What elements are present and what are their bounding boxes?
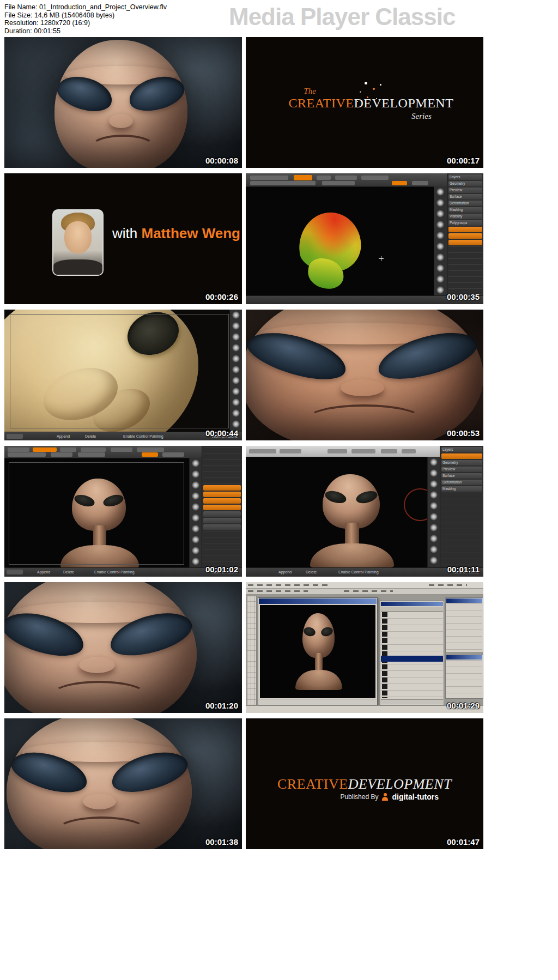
palette-row-highlighted (203, 498, 241, 504)
alien-bust-art (308, 474, 396, 568)
actions-panel (445, 654, 483, 699)
palette-row-texture (203, 447, 241, 484)
panel-tabs (381, 607, 443, 612)
duration-line: Duration: 00:01:55 (4, 27, 167, 35)
alien-eye-left (324, 489, 348, 505)
delete-button-label: Delete (85, 434, 96, 438)
palette-row: Surface (441, 473, 482, 479)
credits-development: DEVELOPMENT (348, 776, 452, 792)
palette-row-highlighted (203, 485, 241, 491)
document-window (258, 597, 378, 705)
digital-tutors-person-icon (381, 793, 389, 801)
video-thumbnail-5: Append Delete Enable Control Painting Wo… (4, 310, 242, 440)
palette-row: Deformation (441, 480, 482, 485)
title-development: DEVELOPMENT (354, 96, 453, 110)
toolbar-button (60, 447, 76, 452)
toolbar-button-active (294, 175, 312, 180)
timestamp-overlay: 00:01:11 (447, 565, 480, 574)
toolbar-button (250, 176, 288, 180)
palette-row: Deformation (448, 201, 482, 206)
palette-row: Layers (448, 174, 482, 180)
toolbar-button (111, 447, 132, 452)
presenter-name: Matthew Weng (141, 225, 240, 241)
presenter-caption: with Matthew Weng (112, 225, 240, 242)
material-sphere-column (427, 457, 440, 568)
publisher-line: Published By digital-tutors (340, 793, 439, 801)
presenter-photo (52, 209, 104, 276)
material-sphere-column (229, 310, 242, 432)
photoshop-toolbox (247, 596, 257, 705)
action-rows (446, 660, 482, 697)
canvas-frame-outline (9, 462, 184, 565)
palette-row-texture (441, 493, 482, 576)
toolbar-button (250, 181, 316, 185)
palette-row (203, 511, 241, 517)
toolbar-button (137, 447, 164, 452)
toolbar-button (412, 181, 428, 185)
toolbar-button (361, 176, 389, 180)
presenter-face (64, 221, 92, 253)
palette-row: Masking (441, 486, 482, 492)
material-sphere-column (434, 186, 447, 296)
video-thumbnail-12: CREATIVEDEVELOPMENT Published By digital… (246, 718, 483, 849)
options-text-placeholder (344, 590, 393, 592)
palette-row-highlighted (448, 240, 482, 245)
enable-control-painting-label: Enable Control Painting (338, 570, 379, 574)
sparkle-dot-icon (380, 84, 381, 86)
tool-palette: Layers Geometry Preview Surface Deformat… (440, 446, 483, 577)
timestamp-overlay: 00:01:47 (447, 837, 480, 846)
publisher-brand: digital-tutors (392, 793, 439, 801)
history-rows (446, 603, 482, 651)
app-watermark: Media Player Classic (229, 3, 455, 31)
palette-row: Preview (448, 187, 482, 193)
toolbar-button-active (402, 449, 416, 453)
panel-footer (381, 699, 443, 704)
toolbar-button (335, 176, 357, 180)
selected-layer-row (381, 656, 443, 662)
toolbar-button (381, 449, 397, 453)
photoshop-options-bar (246, 589, 483, 595)
status-bar-button (7, 434, 23, 439)
layer-thumbnails (382, 612, 387, 698)
palette-row: Polygroups (448, 220, 482, 226)
canvas-frame-outline (10, 314, 229, 428)
timestamp-overlay: 00:00:44 (205, 428, 238, 438)
cursor-cross-icon (379, 256, 384, 261)
toolbar-button (78, 452, 105, 457)
toolbar-button (8, 447, 29, 452)
timestamp-overlay: 00:00:35 (447, 292, 480, 301)
timestamp-overlay: 00:00:26 (205, 292, 238, 301)
series-title-block: The CREATIVEDEVELOPMENT Series (288, 87, 440, 121)
credits-creative: CREATIVE (277, 776, 348, 792)
timestamp-overlay: 00:01:02 (205, 565, 238, 574)
video-thumbnail-11: 00:01:38 (4, 718, 242, 849)
history-panel (445, 597, 483, 653)
video-thumbnail-6: 00:00:53 (246, 310, 483, 440)
vignette (246, 310, 483, 440)
video-thumbnail-2: The CREATIVEDEVELOPMENT Series 00:00:17 (246, 37, 483, 168)
alien-bust-art (295, 613, 343, 689)
palette-row: Visibility (448, 214, 482, 219)
toolbar-button (322, 181, 355, 185)
menu-text-placeholder (248, 584, 330, 586)
toolbar-button-active (392, 181, 407, 185)
append-button-label: Append (37, 570, 50, 574)
toolbar-button (280, 449, 301, 453)
file-info-block: File Name: 01_Introduction_and_Project_O… (4, 3, 167, 35)
toolbar-button-active (142, 452, 158, 457)
presenter-shirt (53, 259, 102, 275)
bust-shoulders (310, 543, 394, 568)
toolbar-button (249, 449, 276, 453)
document-status-bar (259, 699, 377, 704)
palette-row-highlighted (448, 233, 482, 239)
delete-button-label: Delete (63, 570, 74, 574)
title-series: Series (288, 112, 440, 121)
menu-text-placeholder (429, 584, 467, 586)
timestamp-overlay: 00:00:08 (205, 156, 238, 165)
enable-control-painting-label: Enable Control Painting (123, 434, 163, 438)
toolbar-button (51, 452, 72, 457)
panel-title-bar (381, 602, 443, 606)
video-thumbnail-4: Layers Geometry Preview Surface Deformat… (246, 173, 483, 304)
file-size-line: File Size: 14,6 MB (15406408 bytes) (4, 11, 167, 20)
delete-button-label: Delete (306, 570, 317, 574)
